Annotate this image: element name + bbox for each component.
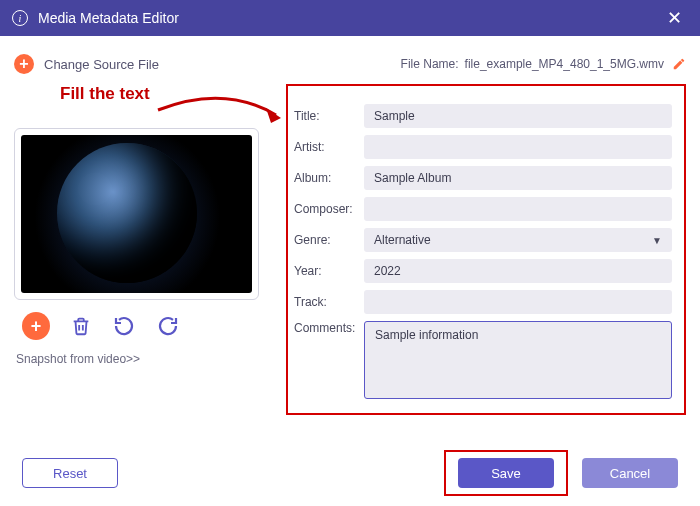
album-input[interactable] (364, 166, 672, 190)
change-source-plus-icon[interactable]: + (14, 54, 34, 74)
genre-label: Genre: (294, 233, 364, 247)
thumbnail-toolbar: + (14, 312, 286, 340)
change-source-file-link[interactable]: Change Source File (44, 57, 159, 72)
left-panel: + Snapshot from video>> (14, 84, 286, 415)
comments-textarea[interactable] (364, 321, 672, 399)
cancel-button[interactable]: Cancel (582, 458, 678, 488)
composer-label: Composer: (294, 202, 364, 216)
reset-button[interactable]: Reset (22, 458, 118, 488)
save-button-highlight: Save (444, 450, 568, 496)
save-button[interactable]: Save (458, 458, 554, 488)
composer-input[interactable] (364, 197, 672, 221)
rotate-ccw-icon[interactable] (112, 314, 136, 338)
track-label: Track: (294, 295, 364, 309)
artist-label: Artist: (294, 140, 364, 154)
window-title: Media Metadata Editor (38, 10, 179, 26)
delete-thumbnail-icon[interactable] (70, 315, 92, 337)
metadata-editor-window: i Media Metadata Editor ✕ + Change Sourc… (0, 0, 700, 506)
metadata-form-highlight: Title: Artist: Album: Composer: (286, 84, 686, 415)
edit-filename-icon[interactable] (672, 57, 686, 71)
rotate-cw-icon[interactable] (156, 314, 180, 338)
comments-label: Comments: (294, 321, 364, 335)
genre-value: Alternative (374, 233, 431, 247)
track-input[interactable] (364, 290, 672, 314)
artist-input[interactable] (364, 135, 672, 159)
chevron-down-icon: ▼ (652, 235, 662, 246)
video-thumbnail[interactable] (21, 135, 252, 293)
topbar: + Change Source File File Name: file_exa… (14, 50, 686, 78)
snapshot-from-video-link[interactable]: Snapshot from video>> (14, 352, 286, 366)
album-label: Album: (294, 171, 364, 185)
title-input[interactable] (364, 104, 672, 128)
title-label: Title: (294, 109, 364, 123)
add-thumbnail-button[interactable]: + (22, 312, 50, 340)
titlebar: i Media Metadata Editor ✕ (0, 0, 700, 36)
info-icon: i (12, 10, 28, 26)
close-icon[interactable]: ✕ (661, 3, 688, 33)
genre-select[interactable]: Alternative ▼ (364, 228, 672, 252)
year-input[interactable] (364, 259, 672, 283)
thumbnail-frame (14, 128, 259, 300)
year-label: Year: (294, 264, 364, 278)
file-name-label: File Name: (401, 57, 459, 71)
file-name-value: file_example_MP4_480_1_5MG.wmv (465, 57, 664, 71)
footer: Reset Save Cancel (0, 440, 700, 506)
